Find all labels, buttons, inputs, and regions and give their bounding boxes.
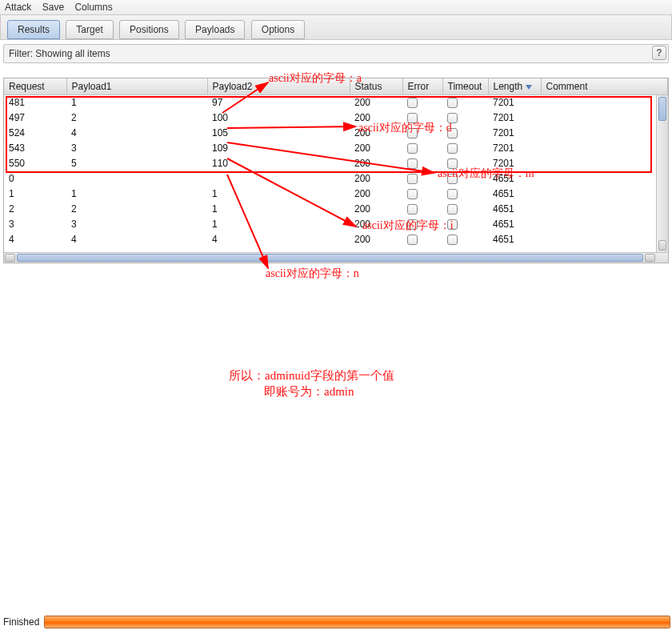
cell-timeout: [442, 202, 488, 217]
table-row[interactable]: 55051102007201: [4, 156, 668, 171]
table-row[interactable]: 52441052007201: [4, 126, 668, 141]
table-row[interactable]: 49721002007201: [4, 110, 668, 126]
table-row[interactable]: 1112004651: [4, 187, 668, 202]
checkbox-icon: [447, 235, 458, 245]
scroll-left-icon[interactable]: [5, 254, 15, 262]
menu-columns[interactable]: Columns: [74, 2, 112, 13]
cell-error: [402, 110, 442, 126]
cell-status: 200: [350, 95, 402, 110]
checkbox-icon: [447, 159, 458, 169]
cell-timeout: [442, 232, 488, 247]
cell-error: [402, 202, 442, 217]
cell-payload1: [66, 171, 207, 187]
cell-request: 524: [4, 126, 66, 141]
cell-payload2: 1: [207, 187, 350, 202]
cell-timeout: [442, 156, 488, 171]
cell-length: 4651: [488, 217, 541, 232]
cell-status: 200: [350, 110, 402, 126]
tab-positions[interactable]: Positions: [119, 20, 179, 39]
cell-payload1: 2: [66, 110, 207, 126]
cell-request: 2: [4, 202, 66, 217]
table-row[interactable]: 2212004651: [4, 202, 668, 217]
checkbox-icon: [447, 113, 458, 123]
cell-status: 200: [350, 156, 402, 171]
cell-status: 200: [350, 187, 402, 202]
cell-timeout: [442, 141, 488, 156]
cell-comment: [541, 126, 668, 141]
checkbox-icon: [447, 128, 458, 138]
help-icon[interactable]: ?: [652, 46, 666, 60]
tab-target[interactable]: Target: [66, 20, 113, 39]
cell-error: [402, 232, 442, 247]
scroll-thumb-h[interactable]: [17, 254, 643, 262]
cell-request: 1: [4, 187, 66, 202]
cell-payload1: 3: [66, 141, 207, 156]
tab-options[interactable]: Options: [251, 20, 305, 39]
cell-error: [402, 156, 442, 171]
cell-length: 4651: [488, 171, 541, 187]
cell-error: [402, 171, 442, 187]
cell-payload2: 109: [207, 141, 350, 156]
cell-timeout: [442, 110, 488, 126]
checkbox-icon: [407, 143, 418, 154]
col-error[interactable]: Error: [402, 78, 442, 95]
checkbox-icon: [447, 98, 458, 108]
tab-results[interactable]: Results: [7, 20, 60, 39]
col-payload2[interactable]: Payload2: [207, 78, 350, 95]
checkbox-icon: [447, 219, 458, 230]
cell-length: 4651: [488, 232, 541, 247]
cell-status: 200: [350, 171, 402, 187]
scroll-thumb[interactable]: [658, 97, 666, 121]
cell-payload2: 1: [207, 217, 350, 232]
cell-request: 543: [4, 141, 66, 156]
cell-payload1: 1: [66, 187, 207, 202]
checkbox-icon: [407, 219, 418, 230]
cell-request: 3: [4, 217, 66, 232]
col-payload1[interactable]: Payload1: [66, 78, 207, 95]
checkbox-icon: [407, 159, 418, 169]
scroll-down-icon[interactable]: [658, 240, 666, 251]
cell-payload1: 3: [66, 217, 207, 232]
checkbox-icon: [407, 128, 418, 138]
cell-comment: [541, 232, 668, 247]
cell-payload2: 4: [207, 232, 350, 247]
table-row[interactable]: 3312004651: [4, 217, 668, 232]
col-comment[interactable]: Comment: [541, 78, 668, 95]
sort-indicator-icon: [526, 85, 532, 90]
menubar: Attack Save Columns: [0, 0, 672, 15]
cell-comment: [541, 95, 668, 110]
cell-comment: [541, 171, 668, 187]
cell-length: 7201: [488, 95, 541, 110]
table-row[interactable]: 02004651: [4, 171, 668, 187]
cell-payload2: 105: [207, 126, 350, 141]
cell-request: 481: [4, 95, 66, 110]
col-length[interactable]: Length: [488, 78, 541, 95]
col-request[interactable]: Request: [4, 78, 66, 95]
cell-timeout: [442, 217, 488, 232]
cell-timeout: [442, 126, 488, 141]
cell-payload2: 100: [207, 110, 350, 126]
col-timeout[interactable]: Timeout: [442, 78, 488, 95]
cell-error: [402, 126, 442, 141]
table-row[interactable]: 54331092007201: [4, 141, 668, 156]
menu-save[interactable]: Save: [42, 2, 64, 13]
cell-comment: [541, 141, 668, 156]
cell-error: [402, 187, 442, 202]
cell-comment: [541, 156, 668, 171]
cell-status: 200: [350, 217, 402, 232]
vertical-scrollbar[interactable]: [656, 95, 668, 252]
checkbox-icon: [407, 174, 418, 184]
cell-payload1: 4: [66, 126, 207, 141]
filter-bar[interactable]: Filter: Showing all items: [3, 44, 669, 63]
table-row[interactable]: 4811972007201: [4, 95, 668, 110]
horizontal-scrollbar[interactable]: [4, 252, 668, 263]
cell-length: 7201: [488, 126, 541, 141]
checkbox-icon: [407, 98, 418, 108]
menu-attack[interactable]: Attack: [5, 2, 31, 13]
cell-payload1: 4: [66, 232, 207, 247]
tab-payloads[interactable]: Payloads: [185, 20, 245, 39]
table-row[interactable]: 4442004651: [4, 232, 668, 247]
col-status[interactable]: Status: [350, 78, 402, 95]
results-table: Request Payload1 Payload2 Status Error T…: [3, 78, 669, 263]
scroll-right-icon[interactable]: [645, 254, 655, 262]
